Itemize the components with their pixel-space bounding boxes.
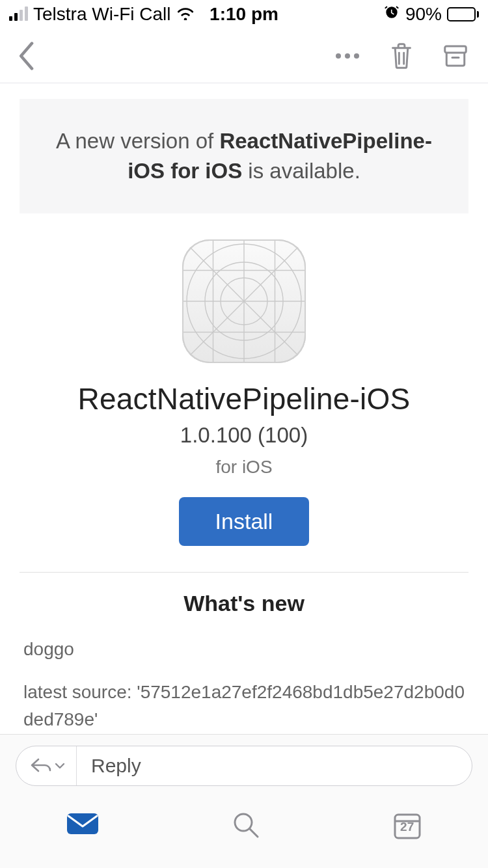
app-card: ReactNativePipeline-iOS 1.0.100 (100) fo…	[20, 213, 468, 734]
svg-rect-20	[67, 813, 98, 834]
email-content: A new version of ReactNativePipeline-iOS…	[0, 83, 488, 734]
svg-point-0	[336, 53, 341, 59]
divider	[20, 572, 468, 573]
wifi-icon	[176, 4, 195, 25]
back-button[interactable]	[17, 42, 35, 70]
app-icon	[20, 239, 468, 363]
banner-suffix: is available.	[242, 159, 360, 183]
alarm-icon	[383, 4, 400, 25]
app-platform: for iOS	[20, 457, 468, 478]
banner-prefix: A new version of	[56, 129, 219, 153]
tab-bar: 27	[0, 796, 488, 868]
reply-pill	[16, 746, 472, 786]
tab-mail[interactable]	[66, 811, 100, 837]
svg-point-1	[345, 53, 350, 59]
status-right: 90%	[383, 4, 479, 25]
release-notes: doggo latest source: '57512e1a27ef2f2468…	[20, 636, 468, 734]
search-icon	[232, 811, 260, 839]
battery-percent: 90%	[405, 4, 442, 25]
carrier-label: Telstra Wi-Fi Call	[33, 4, 171, 25]
chevron-down-icon	[54, 761, 66, 770]
reply-arrow-icon	[29, 757, 53, 775]
release-note-line: doggo	[23, 636, 465, 663]
trash-button[interactable]	[389, 42, 414, 70]
svg-rect-3	[445, 46, 467, 53]
update-banner: A new version of ReactNativePipeline-iOS…	[20, 99, 468, 213]
status-bar: Telstra Wi-Fi Call 1:10 pm 90%	[0, 0, 488, 29]
archive-button[interactable]	[442, 43, 468, 69]
tab-calendar[interactable]: 27	[392, 811, 422, 841]
reply-mode-button[interactable]	[16, 746, 77, 785]
nav-bar	[0, 29, 488, 83]
release-note-line: latest source: '57512e1a27ef2f2468bd1db5…	[23, 679, 465, 733]
tab-search[interactable]	[232, 811, 260, 839]
battery-icon	[447, 7, 479, 21]
reply-input[interactable]	[77, 755, 472, 777]
whats-new-heading: What's new	[20, 591, 468, 616]
cellular-signal-icon	[9, 8, 28, 21]
app-name: ReactNativePipeline-iOS	[20, 381, 468, 416]
install-button[interactable]: Install	[179, 497, 310, 546]
svg-line-22	[250, 829, 258, 837]
status-left: Telstra Wi-Fi Call	[9, 4, 195, 25]
calendar-day: 27	[392, 820, 422, 834]
svg-point-2	[354, 53, 359, 59]
more-button[interactable]	[334, 52, 360, 60]
reply-bar	[0, 734, 488, 796]
mail-icon	[66, 811, 100, 837]
app-version: 1.0.100 (100)	[20, 423, 468, 448]
